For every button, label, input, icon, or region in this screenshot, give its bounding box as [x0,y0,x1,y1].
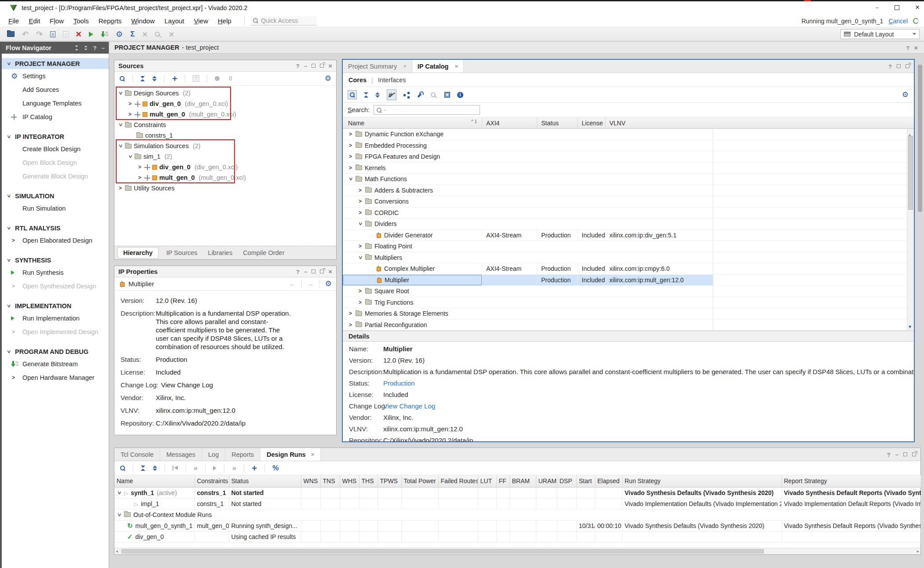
column-header[interactable]: Run Strategy [622,475,781,487]
chevron-down-icon[interactable] [348,177,354,182]
chevron-right-icon[interactable] [358,243,363,249]
scroll-left-icon[interactable]: ◂ [116,549,118,553]
change-log-link[interactable]: View Change Log [383,402,435,410]
chevron-right-icon[interactable] [11,283,16,289]
column-name[interactable]: Name [343,117,482,128]
collapse-all-icon[interactable] [74,45,79,51]
chevron-right-icon[interactable] [348,322,353,328]
tab-log[interactable]: Log [202,448,225,461]
column-header[interactable]: BRAM [510,475,536,487]
tree-row-sim-1[interactable]: sim_1 (2) [114,151,336,162]
maximize-icon[interactable] [312,269,315,273]
expand-all-icon[interactable] [84,45,88,51]
help-icon[interactable] [296,62,300,69]
column-header[interactable]: LUT [478,475,496,487]
sidebar-item-open-elaborated-design[interactable]: Open Elaborated Design [2,233,109,247]
run-icon[interactable] [89,32,93,37]
scroll-right-icon[interactable]: ▸ [917,549,919,553]
collapse-all-icon[interactable] [141,466,145,471]
settings-gear-icon[interactable] [902,91,914,98]
float-icon[interactable] [320,64,324,68]
menu-view[interactable]: View [189,17,213,25]
percent-icon[interactable] [272,464,279,472]
chevron-right-icon[interactable] [348,165,353,171]
design-hierarchy-icon[interactable] [403,92,410,98]
settings-gear-icon[interactable] [325,75,331,82]
sum-icon[interactable] [130,30,135,38]
back-arrow-icon[interactable]: ← [289,280,296,288]
chevron-right-icon[interactable] [118,185,123,191]
column-header[interactable]: WNS [301,475,320,487]
column-header[interactable]: Start [576,475,595,487]
vertical-scrollbar[interactable] [907,129,914,331]
scrollbar-thumb[interactable] [908,136,913,210]
column-license[interactable]: License [577,117,605,128]
catalog-row[interactable]: CORDIC [343,208,914,219]
expand-all-icon[interactable] [375,92,380,98]
column-header[interactable]: Constraints [194,475,229,487]
column-header[interactable]: FF [496,475,510,487]
catalog-row[interactable]: Kernels [343,163,914,174]
forward-arrow-icon[interactable]: → [307,280,314,288]
chevron-down-icon[interactable] [6,303,12,308]
menu-tools[interactable]: Tools [69,17,94,25]
column-vlnv[interactable]: VLNV [605,117,713,128]
sidebar-item-generate-block-design[interactable]: Generate Block Design [2,169,109,183]
change-log-link[interactable]: View Change Log [161,381,213,389]
clear-icon[interactable] [142,30,147,39]
chevron-right-icon[interactable] [348,310,353,317]
menu-reports[interactable]: Reports [94,17,127,25]
chevron-down-icon[interactable] [116,512,122,517]
catalog-row[interactable]: Floating Point [343,241,914,252]
chevron-down-icon[interactable] [117,123,124,127]
close-icon[interactable]: × [403,63,407,69]
copy-icon[interactable] [50,31,55,37]
chevron-down-icon[interactable] [6,226,12,230]
sidebar-item-create-block-design[interactable]: Create Block Design [2,142,109,156]
minimize-icon[interactable] [304,62,308,69]
settings-gear-icon[interactable] [116,30,123,38]
subtab-interfaces[interactable]: Interfaces [378,76,406,84]
column-header[interactable]: Elapsed [595,475,622,487]
sidebar-item-open-block-design[interactable]: Open Block Design [2,156,109,169]
tab-tcl-console[interactable]: Tcl Console [114,448,160,461]
tab-ip-sources[interactable]: IP Sources [161,248,203,258]
chevron-right-icon[interactable] [358,198,363,204]
catalog-row[interactable]: Adders & Subtracters [343,185,914,197]
column-header[interactable]: DSP [557,475,576,487]
minimize-icon[interactable] [895,451,898,458]
tab-project-summary[interactable]: Project Summary× [343,60,412,73]
close-icon[interactable]: × [311,451,315,458]
sidebar-section-synthesis[interactable]: SYNTHESIS [2,255,109,266]
column-header[interactable]: Total Power [401,475,438,487]
rewind-icon[interactable] [194,464,198,472]
column-header[interactable]: Report Strategy [781,475,921,487]
sidebar-section-implementation[interactable]: IMPLEMENTATION [2,300,109,311]
sidebar-section-project-manager[interactable]: PROJECT MANAGER [2,58,109,69]
tab-libraries[interactable]: Libraries [203,248,238,258]
maximize-icon[interactable] [895,5,899,10]
close-icon[interactable] [328,62,332,69]
tab-design-runs[interactable]: Design Runs× [260,448,321,461]
license-key-icon[interactable] [431,91,437,98]
close-icon[interactable] [328,268,332,275]
status-link[interactable]: Production [156,355,187,364]
customize-icon[interactable] [417,91,424,98]
run-row-mult-gen-synth[interactable]: mult_gen_0_synth_1 mult_gen_0 Running sy… [114,520,921,531]
sidebar-item-settings[interactable]: Settings [2,69,109,83]
chevron-right-icon[interactable] [358,210,363,216]
menu-edit[interactable]: Edit [24,17,45,25]
sidebar-item-run-simulation[interactable]: Run Simulation [2,201,109,215]
chevron-right-icon[interactable] [348,142,353,149]
open-folder-icon[interactable] [7,31,15,37]
sidebar-item-generate-bitstream[interactable]: 01 10Generate Bitstream [2,357,109,371]
chevron-down-icon[interactable] [357,222,363,226]
catalog-row[interactable]: Dynamic Function eXchange [343,129,914,140]
float-icon[interactable] [320,269,324,273]
catalog-row[interactable]: Dividers [343,218,914,230]
chevron-right-icon[interactable] [348,153,353,160]
minimize-icon[interactable] [101,44,105,51]
chevron-down-icon[interactable] [357,255,363,260]
chevron-down-icon[interactable] [116,490,122,495]
sidebar-section-rtl-analysis[interactable]: RTL ANALYSIS [2,222,109,233]
